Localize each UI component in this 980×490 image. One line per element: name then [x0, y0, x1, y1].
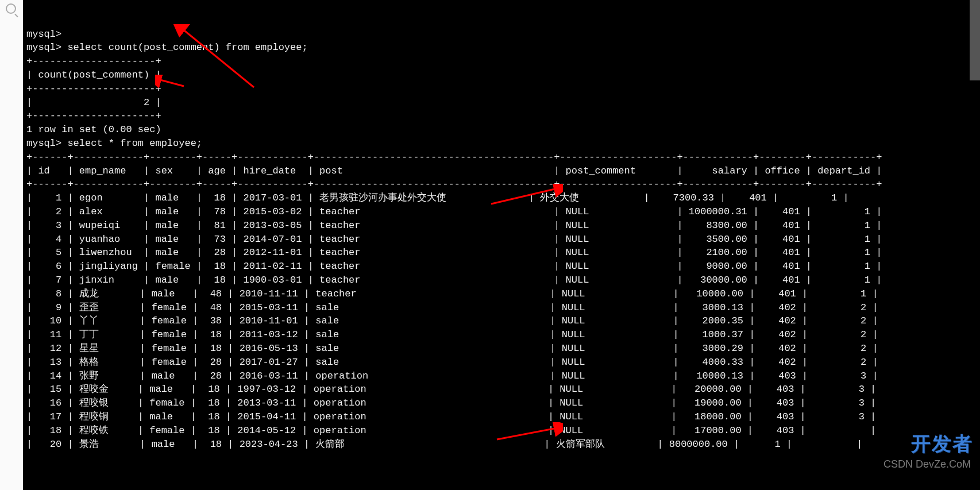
terminal-line: | 5 | liwenzhou | male | 28 | 2012-11-01…: [26, 246, 980, 260]
terminal-line: | id | emp_name | sex | age | hire_date …: [26, 164, 980, 178]
terminal-line: mysql> select * from employee;: [26, 137, 980, 151]
terminal-line: +------+------------+--------+-----+----…: [26, 151, 980, 164]
terminal-line: +------+------------+--------+-----+----…: [26, 178, 980, 191]
terminal-line: | 11 | 丁丁 | female | 18 | 2011-03-12 | s…: [26, 328, 980, 342]
terminal-line: | 17 | 程咬铜 | male | 18 | 2015-04-11 | op…: [26, 410, 980, 424]
terminal-line: | 15 | 程咬金 | male | 18 | 1997-03-12 | op…: [26, 383, 980, 396]
terminal-line: mysql> select count(post_comment) from e…: [26, 41, 980, 55]
terminal-line: | 1 | egon | male | 18 | 2017-03-01 | 老男…: [26, 191, 980, 205]
watermark-text: 开发者: [911, 437, 973, 451]
sidebar: [0, 0, 22, 490]
terminal-line: | 20 | 景浩 | male | 18 | 2023-04-23 | 火箭部…: [26, 438, 980, 452]
terminal-line: | 18 | 程咬铁 | female | 18 | 2014-05-12 | …: [26, 424, 980, 438]
terminal-line: | 13 | 格格 | female | 28 | 2017-01-27 | s…: [26, 356, 980, 369]
search-icon[interactable]: [6, 3, 16, 14]
terminal-line: +---------------------+: [26, 82, 980, 96]
terminal-line: mysql>: [26, 28, 980, 41]
terminal-line: | 10 | 丫丫 | female | 38 | 2010-11-01 | s…: [26, 314, 980, 328]
terminal-line: 1 row in set (0.00 sec): [26, 123, 980, 137]
terminal-line: | 12 | 星星 | female | 18 | 2016-05-13 | s…: [26, 342, 980, 356]
terminal-line: | 14 | 张野 | male | 28 | 2016-03-11 | ope…: [26, 369, 980, 383]
terminal-line: | 7 | jinxin | male | 18 | 1900-03-01 | …: [26, 273, 980, 287]
terminal-line: | 8 | 成龙 | male | 48 | 2010-11-11 | teac…: [26, 287, 980, 301]
terminal-line: | 2 |: [26, 96, 980, 110]
terminal-line: | 3 | wupeiqi | male | 81 | 2013-03-05 |…: [26, 219, 980, 233]
terminal-line: +---------------------+: [26, 55, 980, 68]
terminal-line: | 4 | yuanhao | male | 73 | 2014-07-01 |…: [26, 233, 980, 246]
terminal-line: | 2 | alex | male | 78 | 2015-03-02 | te…: [26, 205, 980, 219]
terminal-line: | 6 | jingliyang | female | 18 | 2011-02…: [26, 260, 980, 273]
terminal-line: | 9 | 歪歪 | female | 48 | 2015-03-11 | sa…: [26, 301, 980, 315]
terminal[interactable]: mysql>mysql> select count(post_comment) …: [23, 0, 980, 490]
watermark-csdn: CSDN DevZe.CoM: [883, 458, 971, 472]
terminal-line: | count(post_comment) |: [26, 68, 980, 82]
scrollbar-thumb[interactable]: [970, 0, 980, 80]
terminal-line: +---------------------+: [26, 109, 980, 123]
terminal-line: | 16 | 程咬银 | female | 18 | 2013-03-11 | …: [26, 396, 980, 410]
